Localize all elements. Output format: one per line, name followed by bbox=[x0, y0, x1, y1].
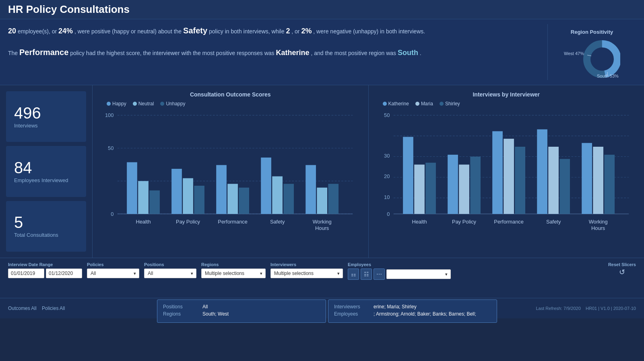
top-interviewer: Katherine bbox=[276, 49, 309, 57]
tooltip-employees-row: Employees ; Armstrong; Arnold; Baker; Ba… bbox=[334, 311, 491, 317]
positions-select-wrap: All bbox=[144, 269, 196, 278]
svg-text:Working: Working bbox=[313, 219, 332, 225]
regions-select[interactable]: Multiple selections bbox=[201, 269, 266, 278]
bar2-health-k bbox=[403, 137, 413, 214]
svg-text:Working: Working bbox=[588, 219, 607, 225]
legend-happy-dot bbox=[107, 102, 111, 106]
bar2-paypolicy-k bbox=[448, 155, 458, 214]
footer-version: Last Refresh: 7/9/2020 HR01 | V1.0 | 202… bbox=[536, 306, 636, 311]
total-consultations-label: Total Consultations bbox=[14, 232, 58, 238]
positions-select[interactable]: All bbox=[144, 269, 196, 278]
svg-text:50: 50 bbox=[384, 112, 390, 118]
donut-svg: West 47% South 53% bbox=[564, 39, 620, 79]
legend-neutral-dot bbox=[133, 102, 137, 106]
bar2-performance-s bbox=[515, 147, 525, 214]
table-icon-btn[interactable]: ☷ bbox=[361, 269, 372, 280]
interviews-number: 496 bbox=[14, 105, 41, 121]
consultation-chart-legend: Happy Neutral Unhappy bbox=[99, 101, 362, 107]
policies-filter-group: Policies All bbox=[87, 262, 139, 278]
stats-panel: 496 Interviews 84 Employees Interviewed … bbox=[0, 85, 93, 258]
svg-text:Pay Policy: Pay Policy bbox=[452, 219, 477, 225]
bar2-wh-s bbox=[604, 155, 615, 214]
employees-select[interactable] bbox=[386, 269, 451, 279]
bar2-health-s bbox=[425, 163, 436, 214]
svg-text:50: 50 bbox=[108, 145, 114, 151]
svg-text:Health: Health bbox=[136, 219, 151, 225]
bar-safety-happy bbox=[261, 158, 271, 214]
bar2-safety-s bbox=[559, 159, 570, 214]
positive-count: 20 bbox=[8, 27, 16, 35]
bar2-health-m bbox=[414, 164, 425, 214]
filter-icon-btn[interactable]: ⚏ bbox=[348, 269, 359, 280]
legend-happy: Happy bbox=[107, 101, 126, 107]
interviewers-select[interactable]: Multiple selections bbox=[270, 269, 343, 278]
interviewers-filter-label: Interviewers bbox=[270, 262, 343, 267]
bar2-safety-m bbox=[548, 147, 559, 214]
consultation-chart-title: Consultation Outcome Scores bbox=[99, 91, 362, 98]
legend-shirley-label: Shirley bbox=[445, 101, 460, 107]
donut-chart: West 47% South 53% bbox=[564, 39, 620, 75]
more-icon-btn[interactable]: ⋯ bbox=[374, 269, 385, 280]
tooltip-positions-row: Positions All bbox=[163, 304, 320, 310]
date-start-input[interactable] bbox=[8, 269, 44, 278]
bar-health-unhappy bbox=[149, 191, 160, 214]
positive-pct: 24% bbox=[58, 27, 73, 35]
negative-pct: 2% bbox=[301, 27, 312, 35]
bar-health-neutral bbox=[138, 181, 149, 214]
interviews-card: 496 Interviews bbox=[6, 91, 86, 142]
interviewer-chart-body: 50 30 20 10 0 Health Pay Policy bbox=[375, 110, 638, 257]
regions-select-wrap: Multiple selections bbox=[201, 269, 266, 278]
svg-text:0: 0 bbox=[111, 211, 114, 217]
interviewer-chart-legend: Katherine Maria Shirley bbox=[375, 101, 638, 107]
legend-shirley-dot bbox=[440, 102, 444, 106]
outcomes-label: Outcomes bbox=[8, 306, 30, 311]
reset-slicers-label: Reset Slicers bbox=[608, 262, 636, 267]
tooltip-interviewers-key: Interviewers bbox=[334, 304, 370, 310]
last-refresh: Last Refresh: 7/9/2020 bbox=[536, 306, 581, 311]
employees-filter-label: Employees bbox=[348, 262, 451, 267]
legend-happy-label: Happy bbox=[112, 101, 126, 107]
legend-neutral-label: Neutral bbox=[138, 101, 154, 107]
svg-text:0: 0 bbox=[387, 211, 390, 217]
date-end-input[interactable] bbox=[46, 269, 82, 278]
reset-slicers-button[interactable]: Reset Slicers ↺ bbox=[608, 262, 636, 277]
interviewer-chart-panel: Interviews by Interviewer Katherine Mari… bbox=[369, 85, 644, 258]
bar2-wh-k bbox=[582, 143, 592, 214]
employees-interviewed-number: 84 bbox=[14, 160, 32, 176]
policies-val: All bbox=[60, 306, 65, 311]
policies-select[interactable]: All bbox=[87, 269, 139, 278]
bar-safety-neutral bbox=[272, 176, 283, 214]
legend-maria-dot bbox=[415, 102, 419, 106]
legend-katherine-label: Katherine bbox=[388, 101, 409, 107]
tooltip-employees-key: Employees bbox=[334, 311, 370, 317]
bar2-wh-m bbox=[593, 147, 603, 214]
filter-icon-group: ⚏ ☷ ⋯ bbox=[348, 269, 385, 280]
legend-maria: Maria bbox=[415, 101, 433, 107]
employees-filter-controls: ⚏ ☷ ⋯ bbox=[348, 269, 451, 280]
footer-outcomes-policies: Outcomes All Policies All bbox=[8, 306, 65, 311]
date-range-label: Interview Date Range bbox=[8, 262, 82, 267]
policies-filter-label: Policies bbox=[87, 262, 139, 267]
total-consultations-card: 5 Total Consultations bbox=[6, 201, 86, 252]
date-range-group: Interview Date Range bbox=[8, 262, 82, 278]
negative-count: 2 bbox=[286, 27, 290, 35]
tooltip-regions-row: Regions South; West bbox=[163, 311, 320, 317]
policies-select-wrap: All bbox=[87, 269, 139, 278]
svg-text:Safety: Safety bbox=[546, 219, 561, 225]
legend-shirley: Shirley bbox=[440, 101, 460, 107]
legend-unhappy-dot bbox=[160, 102, 164, 106]
bar2-performance-m bbox=[504, 139, 514, 214]
bar2-performance-k bbox=[492, 131, 503, 214]
employees-interviewed-label: Employees Interviewed bbox=[14, 177, 68, 183]
tooltip-interviewers-val: erine; Maria; Shirley bbox=[374, 304, 417, 310]
bar2-paypolicy-m bbox=[459, 164, 469, 214]
reset-icon: ↺ bbox=[619, 268, 625, 277]
bar-performance-neutral bbox=[227, 184, 238, 214]
svg-text:Performance: Performance bbox=[218, 219, 248, 225]
bar-health-happy bbox=[127, 162, 137, 214]
header: HR Policy Consultations bbox=[0, 0, 644, 19]
version-label: HR01 | V1.0 | 2020-07-10 bbox=[586, 306, 636, 311]
legend-maria-label: Maria bbox=[421, 101, 433, 107]
bar-workinghours-neutral bbox=[317, 188, 327, 214]
charts-area: Consultation Outcome Scores Happy Neutra… bbox=[93, 85, 644, 258]
